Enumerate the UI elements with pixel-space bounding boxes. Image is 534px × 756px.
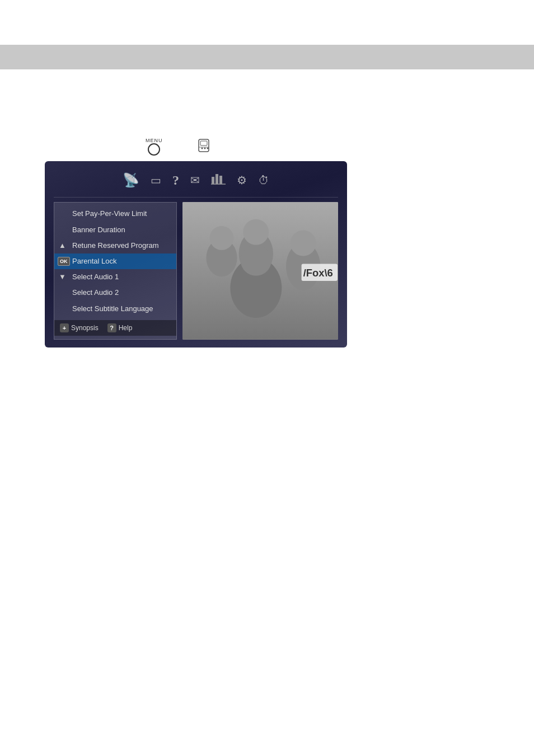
menu-item-audio2[interactable]: Select Audio 2 — [54, 285, 176, 300]
tv-screen-container: 📡 ▭ ? ✉ ⚙ ⏱ — [45, 161, 489, 347]
menu-item-banner[interactable]: Banner Duration — [54, 222, 176, 238]
menu-circle-icon — [148, 143, 160, 156]
menu-item-subtitle-label: Select Subtitle Language — [72, 304, 153, 314]
help-button[interactable]: ? Help — [107, 323, 133, 332]
body-paragraph-3 — [22, 115, 512, 127]
body-paragraph-1 — [22, 81, 512, 92]
menu-item-audio1[interactable]: ▼ Select Audio 1 — [54, 269, 176, 285]
tv-icons-row: 📡 ▭ ? ✉ ⚙ ⏱ — [54, 172, 338, 188]
help-label: Help — [119, 324, 133, 332]
settings-icon: ⚙ — [237, 173, 247, 187]
menu-button-icon: MENU — [146, 138, 163, 156]
synopsis-button[interactable]: + Synopsis — [60, 323, 99, 332]
svg-text:/Fox\6: /Fox\6 — [303, 267, 333, 279]
synopsis-label: Synopsis — [71, 324, 99, 332]
header-bar — [0, 45, 534, 69]
tv-screen: 📡 ▭ ? ✉ ⚙ ⏱ — [45, 161, 347, 347]
tv-divider — [54, 197, 338, 198]
menu-item-audio1-label: Select Audio 1 — [72, 272, 119, 282]
mail-icon: ✉ — [190, 173, 200, 187]
timer-icon: ⏱ — [258, 174, 269, 187]
channel-icon — [196, 138, 213, 156]
remote-svg — [196, 138, 213, 154]
menu-item-ppv[interactable]: Set Pay-Per-View Limit — [54, 206, 176, 222]
svg-point-2 — [201, 147, 203, 149]
svg-point-4 — [207, 147, 208, 149]
menu-item-subtitle[interactable]: Select Subtitle Language — [54, 301, 176, 317]
svg-rect-1 — [200, 141, 207, 145]
newscast-background: /Fox\6 — [182, 202, 338, 339]
menu-item-retune[interactable]: ▲ Retune Reserved Program — [54, 238, 176, 253]
help-icon: ? — [172, 173, 179, 188]
menu-label: MENU — [146, 138, 163, 143]
menu-item-retune-label: Retune Reserved Program — [72, 241, 159, 251]
menu-bottom-bar: + Synopsis ? Help — [54, 320, 176, 336]
newscast-svg: /Fox\6 — [182, 202, 338, 339]
preview-image: /Fox\6 — [182, 202, 338, 339]
content-area: MENU 📡 ▭ ? ✉ — [0, 69, 534, 370]
ok-badge-icon: OK — [58, 257, 70, 266]
menu-item-parental[interactable]: OK Parental Lock — [54, 253, 176, 269]
tv-main-row: Set Pay-Per-View Limit Banner Duration ▲… — [54, 202, 338, 339]
satellite-icon: 📡 — [123, 172, 139, 188]
question-icon: ? — [107, 323, 116, 332]
button-icons-row: MENU — [146, 138, 512, 156]
svg-point-18 — [291, 231, 316, 256]
menu-item-audio2-label: Select Audio 2 — [72, 288, 119, 298]
body-paragraph-2 — [22, 98, 512, 110]
chart-icon — [211, 172, 226, 188]
menu-item-parental-label: Parental Lock — [72, 256, 117, 266]
tv-icon: ▭ — [151, 173, 161, 187]
svg-rect-6 — [212, 177, 214, 184]
down-arrow-icon: ▼ — [59, 272, 66, 282]
menu-item-ppv-label: Set Pay-Per-View Limit — [72, 209, 147, 219]
plus-icon: + — [60, 323, 69, 332]
preview-panel: /Fox\6 — [182, 202, 338, 339]
up-arrow-icon: ▲ — [59, 241, 66, 251]
menu-panel: Set Pay-Per-View Limit Banner Duration ▲… — [54, 202, 177, 339]
svg-point-3 — [204, 147, 205, 149]
svg-point-14 — [243, 219, 269, 245]
svg-rect-8 — [219, 176, 222, 184]
svg-rect-7 — [216, 174, 218, 184]
svg-point-16 — [241, 245, 271, 276]
menu-item-banner-label: Banner Duration — [72, 225, 125, 235]
svg-point-12 — [210, 226, 234, 250]
